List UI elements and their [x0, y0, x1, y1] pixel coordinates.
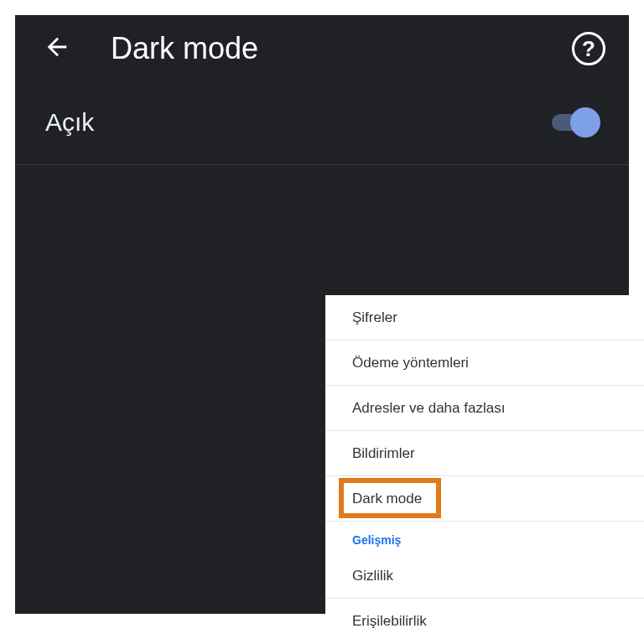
menu-item-dark-mode[interactable]: Dark mode	[325, 476, 644, 522]
menu-item-label: Gizlilik	[352, 568, 393, 584]
dark-mode-switch[interactable]	[552, 107, 599, 138]
app-bar: Dark mode ?	[15, 15, 629, 82]
settings-menu: Şifreler Ödeme yöntemleri Adresler ve da…	[325, 295, 644, 644]
help-button[interactable]: ?	[572, 32, 605, 65]
menu-item-privacy[interactable]: Gizlilik	[325, 553, 644, 599]
page-title: Dark mode	[111, 31, 572, 66]
menu-item-payment-methods[interactable]: Ödeme yöntemleri	[325, 340, 644, 386]
dark-mode-toggle-label: Açık	[45, 108, 94, 137]
menu-item-label: Şifreler	[352, 309, 397, 326]
menu-item-addresses[interactable]: Adresler ve daha fazlası	[325, 386, 644, 431]
menu-item-accessibility[interactable]: Erişilebilirlik	[325, 599, 644, 644]
menu-section-heading-advanced: Gelişmiş	[325, 522, 644, 553]
help-icon: ?	[582, 36, 595, 62]
menu-item-passwords[interactable]: Şifreler	[325, 295, 644, 340]
menu-item-label: Ödeme yöntemleri	[352, 355, 469, 371]
arrow-back-icon	[43, 33, 71, 65]
menu-item-notifications[interactable]: Bildirimler	[325, 431, 644, 476]
dark-mode-toggle-row[interactable]: Açık	[15, 82, 629, 165]
switch-thumb	[570, 107, 600, 138]
menu-item-label: Dark mode	[352, 491, 422, 507]
back-button[interactable]	[39, 30, 75, 67]
menu-item-label: Adresler ve daha fazlası	[352, 400, 505, 417]
menu-item-label: Erişilebilirlik	[352, 613, 427, 630]
menu-item-label: Bildirimler	[352, 445, 415, 462]
